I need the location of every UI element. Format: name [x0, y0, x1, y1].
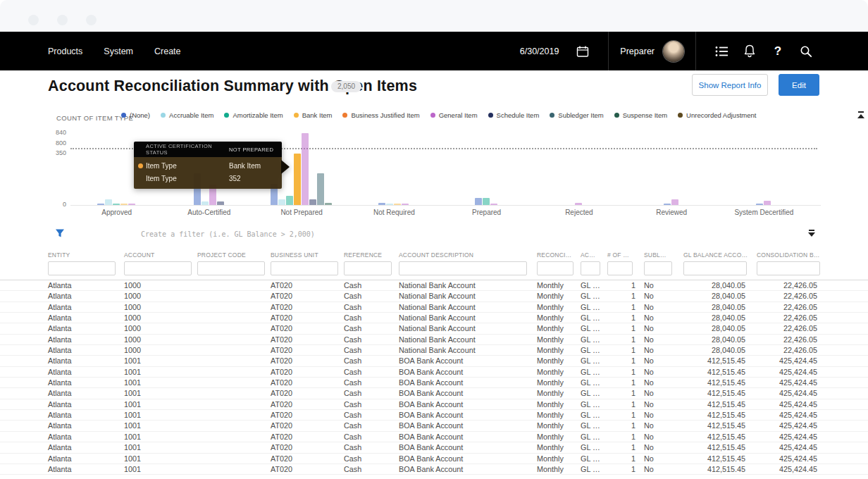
column-header[interactable]: PROJECT CODE	[194, 251, 268, 259]
table-row[interactable]: Atlanta1001AT020CashBOA Bank AccountMont…	[0, 388, 868, 399]
table-row[interactable]: Atlanta1000AT020CashNational Bank Accoun…	[0, 313, 868, 323]
legend-item[interactable]: Subledger Item	[550, 111, 603, 119]
table-row[interactable]: Atlanta1001AT020CashBOA Bank AccountMont…	[0, 378, 868, 388]
table-row[interactable]: Atlanta1001AT020CashBOA Bank AccountMont…	[0, 399, 868, 410]
avatar[interactable]	[663, 41, 684, 62]
column-header[interactable]: GL BALANCE ACCO…	[681, 251, 748, 259]
chart-bar[interactable]	[113, 204, 120, 205]
window-control-icon[interactable]	[28, 15, 39, 25]
column-filter-input[interactable]	[644, 261, 672, 275]
period-date[interactable]: 6/30/2019	[520, 46, 559, 56]
collapse-chart-icon[interactable]	[857, 111, 865, 120]
chart-bar[interactable]	[483, 198, 490, 205]
chart-bar[interactable]	[294, 154, 301, 205]
chart-bar[interactable]	[202, 201, 209, 205]
chart-bar[interactable]	[671, 199, 678, 205]
column-header[interactable]: # OF …	[604, 251, 638, 259]
chart-bar[interactable]	[302, 133, 309, 205]
column-header[interactable]: SUBL…	[641, 251, 676, 259]
chart-bar[interactable]	[764, 201, 771, 205]
legend-item[interactable]: Accruable Item	[161, 111, 213, 119]
filter-input[interactable]	[140, 225, 678, 242]
chart-bar[interactable]	[664, 204, 671, 205]
column-filter-input[interactable]	[757, 261, 820, 275]
column-header[interactable]: REFERENCE	[341, 251, 396, 259]
legend-item[interactable]: General Item	[430, 111, 478, 119]
column-filter-input[interactable]	[48, 261, 116, 275]
chart-bar[interactable]	[317, 173, 324, 205]
nav-link-products[interactable]: Products	[48, 46, 82, 56]
calendar-icon[interactable]	[576, 44, 590, 58]
column-header[interactable]: RECONCI…	[534, 251, 578, 259]
table-row[interactable]: Atlanta1001AT020CashBOA Bank AccountMont…	[0, 442, 868, 453]
table-row[interactable]: Atlanta1000AT020CashNational Bank Accoun…	[0, 302, 868, 313]
chart-bar[interactable]	[490, 204, 497, 205]
filter-funnel-icon[interactable]	[55, 228, 65, 238]
column-filter-input[interactable]	[537, 261, 574, 275]
chart-bar[interactable]	[309, 199, 316, 205]
list-icon[interactable]	[714, 44, 728, 58]
chart-bar[interactable]	[128, 204, 135, 205]
column-filter-input[interactable]	[197, 261, 265, 275]
user-role-label[interactable]: Preparer	[620, 46, 655, 56]
column-filter-input[interactable]	[124, 261, 192, 275]
chart-bar[interactable]	[378, 203, 385, 205]
chart-bar[interactable]	[97, 204, 104, 205]
chart-bar[interactable]	[120, 204, 128, 205]
chart-bar[interactable]	[325, 203, 332, 205]
chart-bar[interactable]	[278, 199, 285, 205]
table-row[interactable]: Atlanta1000AT020CashNational Bank Accoun…	[0, 335, 868, 345]
table-row[interactable]: Atlanta1001AT020CashBOA Bank AccountMont…	[0, 367, 868, 378]
show-report-info-button[interactable]: Show Report Info	[692, 74, 768, 96]
collapse-filter-icon[interactable]	[807, 229, 816, 237]
legend-item[interactable]: Amortizable Item	[224, 111, 283, 119]
column-header[interactable]: ENTITY	[45, 251, 121, 259]
help-icon[interactable]: ?	[771, 44, 785, 58]
column-filter-input[interactable]	[344, 261, 392, 275]
legend-item[interactable]: Schedule Item	[488, 111, 540, 119]
legend-item[interactable]: Unrecorded Adjustment	[678, 111, 756, 119]
table-row[interactable]: Atlanta1000AT020CashNational Bank Accoun…	[0, 280, 868, 291]
window-control-icon[interactable]	[57, 15, 68, 25]
window-control-icon[interactable]	[86, 15, 97, 25]
chart-bar[interactable]	[217, 201, 224, 205]
table-row[interactable]: Atlanta1001AT020CashBOA Bank AccountMont…	[0, 432, 868, 442]
column-header[interactable]: ACCOUNT DESCRIPTION	[396, 251, 534, 259]
table-row[interactable]: Atlanta1000AT020CashNational Bank Accoun…	[0, 323, 868, 334]
table-row[interactable]: Atlanta1000AT020CashNational Bank Accoun…	[0, 345, 868, 356]
table-cell: GL …	[578, 421, 604, 430]
column-header[interactable]: BUSINESS UNIT	[268, 251, 341, 259]
column-filter-input[interactable]	[271, 261, 338, 275]
chart-bar[interactable]	[394, 204, 401, 205]
column-filter-input[interactable]	[683, 261, 747, 275]
table-row[interactable]: Atlanta1001AT020CashBOA Bank AccountMont…	[0, 454, 868, 464]
legend-item[interactable]: (None)	[121, 111, 150, 119]
chart-bar[interactable]	[402, 204, 409, 205]
table-cell: BOA Bank Account	[396, 464, 534, 474]
chart-bar[interactable]	[386, 204, 393, 205]
table-row[interactable]: Atlanta1001AT020CashBOA Bank AccountMont…	[0, 421, 868, 431]
column-header[interactable]: ACCOUNT	[121, 251, 194, 259]
legend-item[interactable]: Suspense Item	[614, 111, 667, 119]
table-row[interactable]: Atlanta1001AT020CashBOA Bank AccountMont…	[0, 356, 868, 366]
nav-link-system[interactable]: System	[104, 46, 133, 56]
table-row[interactable]: Atlanta1000AT020CashNational Bank Accoun…	[0, 291, 868, 301]
chart-bar[interactable]	[286, 196, 293, 205]
edit-button[interactable]: Edit	[779, 74, 819, 96]
column-filter-input[interactable]	[399, 261, 527, 275]
chart-bar[interactable]	[475, 198, 482, 205]
column-header[interactable]: AC…	[578, 251, 604, 259]
chart-bar[interactable]	[756, 204, 763, 205]
bell-icon[interactable]	[743, 44, 757, 58]
column-header[interactable]: CONSOLIDATION B…	[754, 251, 820, 259]
nav-link-create[interactable]: Create	[154, 46, 181, 56]
column-filter-input[interactable]	[581, 261, 600, 275]
legend-item[interactable]: Bank Item	[294, 111, 333, 119]
search-icon[interactable]	[799, 44, 813, 58]
table-row[interactable]: Atlanta1001AT020CashBOA Bank AccountMont…	[0, 464, 868, 475]
column-filter-input[interactable]	[607, 261, 633, 275]
legend-item[interactable]: Business Justified Item	[342, 111, 419, 119]
chart-bar[interactable]	[105, 199, 112, 205]
table-row[interactable]: Atlanta1001AT020CashBOA Bank AccountMont…	[0, 410, 868, 421]
chart-bar[interactable]	[575, 203, 582, 205]
